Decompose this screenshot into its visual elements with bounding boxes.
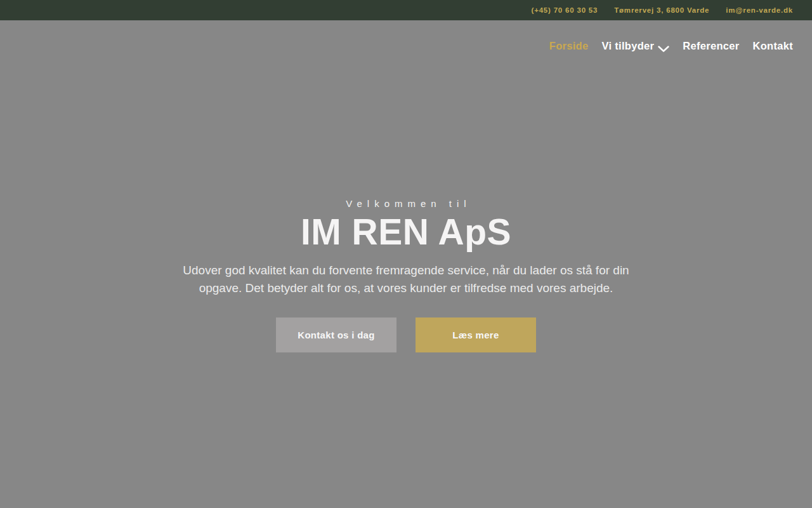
chevron-down-icon	[658, 43, 669, 50]
nav-item-kontakt[interactable]: Kontakt	[752, 40, 793, 52]
read-more-button[interactable]: Læs mere	[416, 318, 536, 352]
nav-item-vi-tilbyder-label: Vi tilbyder	[601, 40, 654, 52]
contact-button[interactable]: Kontakt os i dag	[276, 318, 396, 352]
topbar-phone-link[interactable]: (+45) 70 60 30 53	[532, 6, 598, 14]
nav-item-forside[interactable]: Forside	[549, 40, 589, 52]
topbar-address: Tømrervej 3, 6800 Varde	[614, 6, 709, 14]
hero-section: Velkommen til IM REN ApS Udover god kval…	[0, 71, 812, 352]
hero-subtitle: Udover god kvalitet kan du forvente frem…	[168, 262, 644, 297]
hero-eyebrow: Velkommen til	[0, 198, 812, 209]
hero-buttons: Kontakt os i dag Læs mere	[0, 318, 812, 352]
nav-item-referencer[interactable]: Referencer	[683, 40, 739, 52]
page-title: IM REN ApS	[0, 211, 812, 253]
main-nav: Forside Vi tilbyder Referencer Kontakt	[0, 20, 812, 71]
nav-item-vi-tilbyder[interactable]: Vi tilbyder	[601, 40, 669, 52]
topbar-email-link[interactable]: im@ren-varde.dk	[726, 6, 793, 14]
topbar: (+45) 70 60 30 53 Tømrervej 3, 6800 Vard…	[0, 0, 812, 20]
